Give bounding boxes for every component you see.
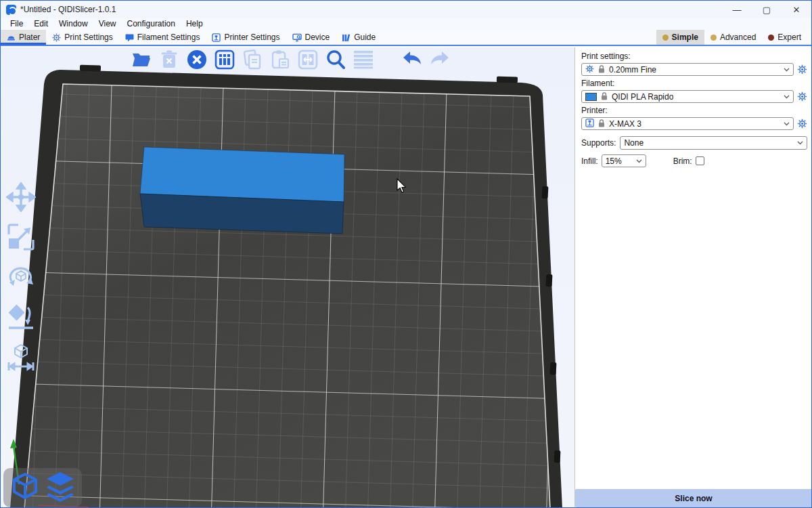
tab-plater[interactable]: Plater (1, 30, 46, 45)
menu-window[interactable]: Window (53, 18, 93, 30)
plater-toolbar (131, 49, 451, 70)
paste-button[interactable] (269, 49, 291, 70)
bed-clip (554, 450, 561, 463)
split-objects-button[interactable] (297, 49, 319, 70)
rotate-gizmo-button[interactable] (5, 261, 37, 293)
scale-gizmo-button[interactable] (5, 221, 37, 253)
lock-icon (601, 91, 608, 103)
tab-guide[interactable]: Guide (336, 30, 382, 45)
print-settings-label: Print settings: (581, 51, 807, 61)
delete-button[interactable] (158, 49, 180, 70)
settings-sidebar: Print settings: 0.20mm Fine Filament: (574, 47, 812, 508)
brim-label: Brim: (673, 156, 692, 166)
supports-label: Supports: (581, 138, 616, 148)
tab-filament-settings[interactable]: Filament Settings (119, 30, 206, 45)
bed-grid-surface[interactable] (24, 84, 550, 508)
print-settings-value: 0.20mm Fine (609, 65, 656, 75)
printer-select[interactable]: X-MAX 3 (581, 117, 794, 130)
chevron-down-icon (784, 122, 790, 126)
filament-label: Filament: (581, 79, 807, 88)
3d-viewport[interactable] (1, 47, 574, 508)
menu-edit[interactable]: Edit (28, 18, 53, 30)
edit-printer-gear-icon[interactable] (797, 119, 807, 129)
window-title: *Untitled - QIDISlicer-1.0.1 (20, 5, 116, 14)
chevron-down-icon (636, 159, 642, 163)
gizmo-toolbar (5, 182, 37, 373)
bed-clip (542, 186, 549, 198)
3d-editor-view-icon[interactable] (9, 471, 41, 505)
minimize-button[interactable]: — (722, 1, 752, 18)
tab-device[interactable]: Device (286, 30, 336, 45)
device-monitor-icon (292, 33, 302, 42)
bed-clip (80, 65, 101, 72)
supports-select[interactable]: None (620, 136, 807, 150)
gear-icon (585, 64, 594, 76)
tab-print-settings[interactable]: Print Settings (46, 30, 118, 45)
lock-icon (598, 64, 605, 76)
undo-button[interactable] (401, 49, 423, 70)
filament-select[interactable]: QIDI PLA Rapido (581, 90, 794, 103)
open-folder-button[interactable] (131, 49, 152, 70)
view-toggle (3, 468, 82, 507)
redo-button[interactable] (429, 49, 451, 70)
place-on-face-gizmo-button[interactable] (5, 301, 37, 333)
arrange-button[interactable] (214, 49, 235, 70)
menu-view[interactable]: View (93, 18, 122, 30)
search-button[interactable] (325, 49, 346, 70)
infill-label: Infill: (581, 156, 598, 166)
print-settings-select[interactable]: 0.20mm Fine (581, 63, 794, 76)
chevron-down-icon (784, 95, 790, 99)
simple-mode-dot-icon (662, 35, 669, 41)
plater-icon (7, 33, 16, 42)
advanced-mode-dot-icon (710, 35, 717, 41)
chevron-down-icon (784, 68, 790, 72)
tab-printer-settings[interactable]: Printer Settings (206, 30, 286, 45)
bed-clip (550, 362, 557, 375)
chevron-down-icon (797, 141, 803, 145)
slice-now-button[interactable]: Slice now (575, 489, 812, 507)
filament-value: QIDI PLA Rapido (612, 92, 673, 102)
preview-layers-view-icon[interactable] (44, 471, 76, 505)
menu-bar: File Edit Window View Configuration Help (1, 18, 811, 30)
measure-gizmo-button[interactable] (5, 341, 37, 373)
mode-switcher: Simple Advanced Expert (656, 30, 811, 45)
brim-checkbox[interactable] (696, 156, 704, 165)
menu-configuration[interactable]: Configuration (122, 18, 181, 30)
edit-print-settings-gear-icon[interactable] (797, 64, 807, 75)
variable-layer-height-button[interactable] (353, 49, 374, 70)
bed-clip (497, 77, 518, 83)
lock-icon (598, 118, 605, 130)
filament-icon (125, 33, 134, 42)
bed-clip (546, 274, 553, 287)
menu-file[interactable]: File (5, 18, 28, 30)
printer-icon (585, 118, 594, 130)
app-window: *Untitled - QIDISlicer-1.0.1 — ▢ ✕ File … (0, 0, 812, 508)
copy-button[interactable] (242, 49, 263, 70)
move-gizmo-button[interactable] (5, 182, 37, 213)
title-bar: *Untitled - QIDISlicer-1.0.1 — ▢ ✕ (1, 1, 811, 18)
printer-icon (212, 33, 221, 42)
infill-select[interactable]: 15% (602, 154, 646, 167)
mode-expert[interactable]: Expert (762, 30, 807, 45)
mode-advanced[interactable]: Advanced (704, 30, 762, 45)
maximize-button[interactable]: ▢ (752, 1, 782, 18)
printer-value: X-MAX 3 (609, 119, 641, 129)
window-controls: — ▢ ✕ (722, 1, 811, 18)
delete-all-button[interactable] (186, 49, 208, 70)
guide-books-icon (342, 33, 351, 42)
edit-filament-gear-icon[interactable] (797, 91, 807, 102)
print-bed[interactable] (1, 47, 574, 508)
expert-mode-dot-icon (768, 35, 774, 41)
infill-value: 15% (606, 156, 622, 166)
filament-color-swatch (585, 93, 597, 101)
close-button[interactable]: ✕ (782, 1, 811, 18)
mouse-cursor (397, 178, 407, 197)
gear-icon (52, 33, 61, 42)
model-object[interactable] (140, 147, 344, 234)
mode-simple[interactable]: Simple (656, 30, 704, 45)
printer-label: Printer: (581, 106, 807, 115)
menu-help[interactable]: Help (181, 18, 208, 30)
tab-bar: Plater Print Settings Filament Settings … (1, 30, 811, 46)
app-logo-icon (6, 5, 16, 15)
supports-value: None (624, 138, 644, 148)
